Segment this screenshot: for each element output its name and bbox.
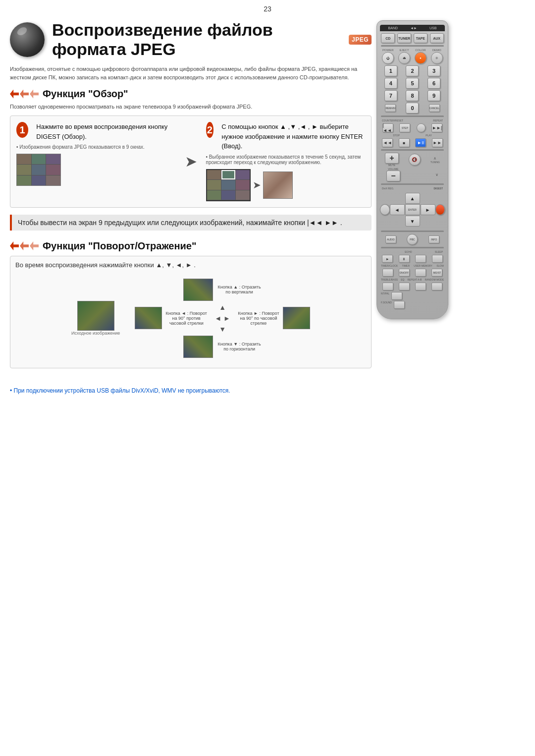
num-row-4: REMAIN 0 CANCEL (380, 103, 445, 114)
eq-label: EQ (401, 278, 404, 281)
sleep-label: SLEEP (435, 250, 443, 253)
num-row-3: 7 8 9 (380, 90, 445, 101)
fwd-button[interactable]: ►► (432, 138, 443, 147)
repeat-ab-label: REPEAT A-B (407, 278, 422, 281)
random-label: RANDOM MODE (425, 278, 444, 281)
timer-row: TIMER/CLOCK TIMER USER MEMORY SLOW (380, 264, 445, 267)
ntpal-button[interactable] (391, 292, 402, 300)
rotation-instruction: Во время воспроизведения нажимайте кнопк… (15, 261, 366, 269)
power-button[interactable]: ⏻ (382, 52, 394, 64)
num-1-button[interactable]: 1 (384, 65, 397, 76)
slow-button[interactable]: MO/ST (431, 269, 442, 277)
num-6-button[interactable]: 6 (428, 78, 440, 89)
next-track-button[interactable]: ►►| (431, 123, 442, 132)
timer-clock-button[interactable] (382, 269, 393, 277)
rotation-section: Функция "Поворот/Отражение" Во время вос… (10, 240, 372, 368)
rotation-arrows-container: Кнопка ▲ : Отразить по вертикали Кнопка … (135, 279, 310, 358)
sleep-button[interactable] (432, 255, 443, 263)
timer-clock-label: TIMER/CLOCK (381, 264, 398, 267)
rot-down-arrow (219, 325, 226, 334)
divx-reg-button[interactable] (380, 204, 390, 215)
play-pause-button[interactable]: ►II (415, 138, 426, 147)
num-5-button[interactable]: 5 (406, 78, 419, 89)
tape-button[interactable]: TAPE (414, 33, 428, 43)
num-9-button[interactable]: 9 (428, 90, 440, 101)
digest-label: DIGEST (433, 187, 443, 190)
transport-row-1: |◄◄ STEP ►►| (380, 123, 445, 132)
prev-track-button[interactable]: |◄◄ (382, 123, 393, 132)
fsound-label: F.SOUND (381, 301, 392, 309)
treble-bass-button[interactable] (382, 283, 393, 291)
dpad-right-button[interactable]: ► (421, 204, 435, 215)
up-row: Кнопка ▲ : Отразить по вертикали (183, 279, 262, 301)
jpeg-grid-highlight (206, 169, 251, 201)
section1-subtitle: Позволяет одновременно просматривать на … (10, 104, 372, 110)
dpad-left-button[interactable]: ◄ (390, 204, 405, 215)
num-3-button[interactable]: 3 (428, 65, 440, 76)
counter-reset-label: COUNTER/RESET (382, 119, 403, 122)
user-memory-button[interactable] (415, 269, 426, 277)
mute-button[interactable]: 🔇 (409, 154, 421, 166)
right-image (283, 307, 310, 329)
treble-bass-label: TREBLE/BASS (381, 278, 398, 281)
play-small-button[interactable]: ► (382, 255, 393, 263)
digest-button[interactable] (435, 204, 445, 215)
stop-button[interactable]: ■ (399, 138, 410, 147)
jpeg-badge: JPEG (349, 35, 372, 45)
label-right: Кнопка ► : Поворот на 90° по часовой стр… (236, 311, 281, 326)
step-arrow-divider: ➤ (181, 122, 201, 201)
divx-digest-labels: DivX REG. DIGEST (380, 187, 445, 190)
rew-button[interactable]: ◄◄ (382, 138, 393, 147)
timer-button[interactable]: ON/OFF (399, 269, 410, 277)
random-mode-button[interactable] (431, 283, 442, 291)
enter-button[interactable]: ENTER (405, 204, 420, 215)
scan-button[interactable] (417, 123, 426, 132)
counter-repeat-labels: COUNTER/RESET REPEAT (380, 119, 445, 122)
pbc-button[interactable]: PBC (407, 234, 418, 245)
power-group: POWER ⏻ (382, 49, 394, 64)
rot-right-arrow (223, 314, 230, 323)
color-button[interactable]: ● (415, 52, 427, 64)
volume-down-button[interactable]: − (386, 171, 400, 181)
cancel-button[interactable]: CANCEL (429, 104, 440, 112)
play-label: PLAY (426, 134, 431, 137)
demo-button[interactable]: D (431, 52, 443, 64)
echo-button[interactable] (415, 255, 426, 263)
num-0-button[interactable]: 0 (406, 103, 419, 114)
repeat-label: REPEAT (433, 119, 443, 122)
dpad-up-button[interactable]: ▲ (405, 193, 420, 204)
fsound-button[interactable] (394, 301, 405, 309)
cd-button[interactable]: CD (381, 33, 395, 43)
step-number-1: 1 (16, 122, 28, 138)
step1-images (16, 154, 176, 186)
step-button[interactable]: STEP (399, 123, 410, 132)
num-8-button[interactable]: 8 (406, 90, 419, 101)
demo-group: DEMO D (431, 49, 443, 64)
eq-button[interactable] (399, 283, 410, 291)
divider-6 (381, 247, 444, 248)
pause-small-button[interactable]: ⏸ (399, 255, 410, 263)
tuner-button[interactable]: TUNER (397, 33, 411, 43)
step2-images: ➤ (206, 169, 366, 201)
dpad-down-button[interactable]: ▼ (405, 216, 420, 227)
rotation-box: Во время воспроизведения нажимайте кнопк… (10, 256, 372, 368)
num-4-button[interactable]: 4 (384, 78, 397, 89)
section1-title: Функция "Обзор" (10, 88, 372, 100)
step1-text: Нажмите во время воспроизведения кнопку … (36, 122, 175, 141)
label-up: Кнопка ▲ : Отразить по вертикали (217, 285, 262, 294)
remain-button[interactable]: REMAIN (385, 104, 396, 112)
num-2-button[interactable]: 2 (406, 65, 419, 76)
eject-button[interactable]: ⏏ (398, 52, 410, 64)
treble-row-labels: TREBLE/BASS EQ REPEAT A-B RANDOM MODE (380, 278, 445, 281)
ntpal-label: NT/PAL (381, 292, 389, 300)
echo-sleep-row: ► ⏸ (380, 255, 445, 263)
num-7-button[interactable]: 7 (384, 90, 397, 101)
volume-up-button[interactable]: + (385, 153, 399, 164)
repeat-ab-button[interactable] (415, 283, 426, 291)
divx-label: DivX REG. (382, 187, 394, 190)
info-button[interactable]: INFO (428, 235, 439, 243)
audio-button[interactable]: AUDIO (385, 235, 396, 243)
aux-button[interactable]: AUX (430, 33, 444, 43)
down-image (183, 336, 213, 358)
cat-image (263, 172, 293, 199)
